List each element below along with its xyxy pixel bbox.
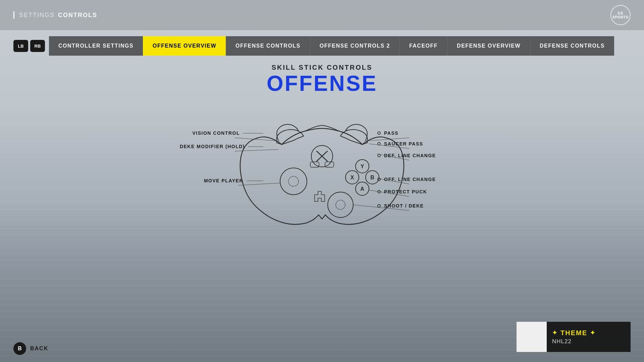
svg-line-23 xyxy=(353,205,409,210)
svg-point-3 xyxy=(280,168,307,195)
tab-controller-settings[interactable]: CONTROLLER SETTINGS xyxy=(49,36,143,56)
theme-label: THEME xyxy=(560,329,587,337)
theme-preview-image xyxy=(517,322,547,352)
svg-text:Y: Y xyxy=(361,164,364,169)
theme-widget: ✦ THEME ✦ NHL22 xyxy=(517,322,631,352)
section-title: OFFENSE xyxy=(267,73,377,94)
nav-tabs: LB RB CONTROLLER SETTINGS OFFENSE OVERVI… xyxy=(0,36,644,56)
theme-info: ✦ THEME ✦ NHL22 xyxy=(552,329,596,345)
svg-line-19 xyxy=(369,144,409,148)
section-label: SKILL STICK CONTROLS xyxy=(272,64,373,71)
theme-value: NHL22 xyxy=(552,338,596,345)
svg-text:A: A xyxy=(360,186,364,192)
controller-area: VISION CONTROL DEKE MODIFIER (HOLD) MOVE… xyxy=(87,101,557,235)
breadcrumb: SETTINGS CONTROLS xyxy=(13,11,97,19)
svg-line-21 xyxy=(379,179,409,184)
tab-faceoff[interactable]: FACEOFF xyxy=(399,36,447,56)
tab-defense-overview[interactable]: DEFENSE OVERVIEW xyxy=(447,36,530,56)
tab-offense-controls[interactable]: OFFENSE CONTROLS xyxy=(226,36,310,56)
svg-rect-2 xyxy=(325,162,334,167)
theme-label-row: ✦ THEME ✦ xyxy=(552,329,596,337)
theme-star-right: ✦ xyxy=(590,329,596,337)
svg-text:B: B xyxy=(370,175,374,180)
svg-line-22 xyxy=(369,190,409,196)
main-content: SKILL STICK CONTROLS OFFENSE VISION CONT… xyxy=(0,56,644,362)
tab-offense-overview[interactable]: OFFENSE OVERVIEW xyxy=(143,36,226,56)
top-bar: SETTINGS CONTROLS EA SPORTS xyxy=(0,0,644,30)
ea-sports-logo: EA SPORTS xyxy=(610,5,631,25)
svg-point-5 xyxy=(328,192,353,218)
svg-line-16 xyxy=(235,149,278,151)
svg-point-4 xyxy=(288,176,299,186)
breadcrumb-active: CONTROLS xyxy=(58,12,97,19)
svg-line-17 xyxy=(238,183,280,185)
svg-rect-1 xyxy=(310,162,319,167)
shoulder-buttons: LB RB xyxy=(13,40,45,52)
back-label: BACK xyxy=(30,346,48,352)
svg-line-20 xyxy=(377,154,409,160)
lb-button[interactable]: LB xyxy=(13,40,28,52)
tab-defense-controls[interactable]: DEFENSE CONTROLS xyxy=(530,36,614,56)
theme-star-left: ✦ xyxy=(552,329,558,337)
back-button-group[interactable]: B BACK xyxy=(13,342,48,355)
rb-button[interactable]: RB xyxy=(30,40,45,52)
b-button-icon: B xyxy=(13,342,26,355)
breadcrumb-separator xyxy=(13,11,14,19)
svg-point-6 xyxy=(336,200,345,209)
tab-offense-controls-2[interactable]: OFFENSE CONTROLS 2 xyxy=(310,36,399,56)
controller-diagram: Y X B A xyxy=(235,104,409,232)
breadcrumb-prefix: SETTINGS xyxy=(19,12,55,19)
svg-text:X: X xyxy=(351,175,354,180)
